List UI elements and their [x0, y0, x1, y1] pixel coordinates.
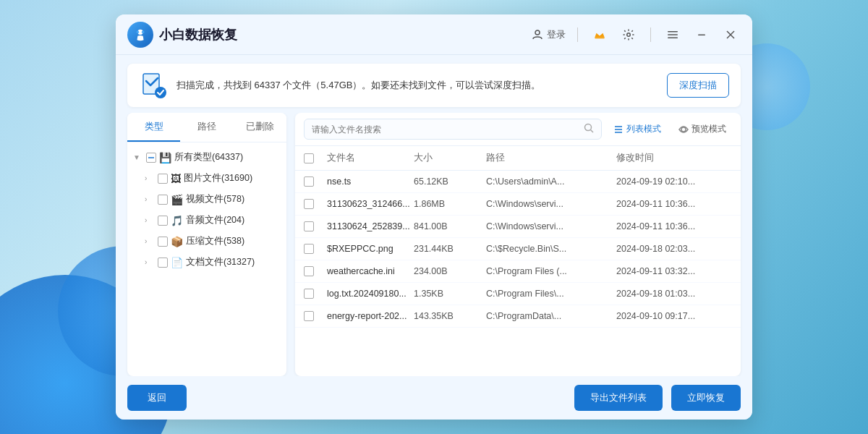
- select-all-checkbox[interactable]: [304, 153, 314, 163]
- col-header-path: 路径: [486, 152, 616, 164]
- chevron-right-icon: ›: [145, 195, 155, 203]
- table-row[interactable]: 31130623_312466... 1.86MB C:\Windows\ser…: [295, 193, 741, 216]
- preview-view-button[interactable]: 预览模式: [673, 120, 732, 138]
- col-header-size: 大小: [414, 152, 486, 164]
- svg-rect-4: [595, 37, 605, 38]
- file-time-5: 2024-09-18 01:03...: [616, 289, 732, 299]
- export-button[interactable]: 导出文件列表: [574, 385, 663, 411]
- svg-line-16: [591, 130, 594, 133]
- file-name-0: nse.ts: [327, 176, 414, 187]
- child-checkbox-3[interactable]: [158, 237, 168, 247]
- view-toggle: 列表模式 预览模式: [608, 120, 732, 138]
- svg-rect-7: [668, 34, 678, 35]
- table-row[interactable]: $RXEPPCC.png 231.44KB C:\$Recycle.Bin\S.…: [295, 238, 741, 260]
- row-checkbox-col-4: [304, 266, 327, 276]
- row-checkbox-3[interactable]: [304, 244, 314, 254]
- table-row[interactable]: energy-report-202... 143.35KB C:\Program…: [295, 305, 741, 328]
- file-size-6: 143.35KB: [414, 311, 486, 321]
- chevron-right-icon: ›: [145, 237, 155, 245]
- tab-path[interactable]: 路径: [180, 113, 233, 142]
- row-checkbox-2[interactable]: [304, 221, 314, 231]
- menu-button[interactable]: [663, 25, 683, 45]
- video-icon: 🎬: [171, 194, 183, 205]
- scan-text: 扫描完成，共找到 64337 个文件（5.47GB）。如要还未找到文件，可以尝试…: [176, 78, 658, 93]
- table-row[interactable]: weathercache.ini 234.00B C:\Program File…: [295, 260, 741, 283]
- row-checkbox-1[interactable]: [304, 199, 314, 209]
- archive-icon: 📦: [171, 236, 183, 247]
- row-checkbox-col-3: [304, 244, 327, 254]
- svg-rect-6: [668, 31, 678, 33]
- file-name-6: energy-report-202...: [327, 311, 414, 321]
- file-size-4: 234.00B: [414, 266, 486, 276]
- main-window: 小白数据恢复 登录: [116, 14, 752, 420]
- tree-child-label-3: 压缩文件(538): [186, 235, 281, 247]
- col-header-time: 修改时间: [616, 152, 732, 164]
- bottom-bar: 返回 导出文件列表 立即恢复: [116, 376, 752, 420]
- svg-point-15: [585, 124, 592, 131]
- child-checkbox-2[interactable]: [158, 216, 168, 226]
- deep-scan-button[interactable]: 深度扫描: [667, 73, 729, 98]
- list-view-button[interactable]: 列表模式: [608, 120, 667, 138]
- file-name-1: 31130623_312466...: [327, 199, 414, 209]
- child-checkbox-1[interactable]: [158, 195, 168, 205]
- app-logo: [127, 22, 153, 48]
- image-icon: 🖼: [171, 173, 181, 184]
- recover-button[interactable]: 立即恢复: [671, 385, 741, 411]
- table-row[interactable]: log.txt.202409180... 1.35KB C:\Program F…: [295, 283, 741, 305]
- file-size-1: 1.86MB: [414, 199, 486, 209]
- tree-item[interactable]: › 🖼 图片文件(31690): [127, 168, 286, 189]
- row-checkbox-5[interactable]: [304, 289, 314, 299]
- file-time-0: 2024-09-19 02:10...: [616, 176, 732, 187]
- login-button[interactable]: 登录: [531, 28, 566, 41]
- chevron-right-icon: ›: [145, 258, 155, 266]
- tree-child-label-1: 视频文件(578): [186, 193, 281, 205]
- file-size-0: 65.12KB: [414, 176, 486, 187]
- action-buttons: 导出文件列表 立即恢复: [574, 385, 741, 411]
- table-body: nse.ts 65.12KB C:\Users\admin\A... 2024-…: [295, 171, 741, 328]
- tree-root-label: 所有类型(64337): [174, 151, 281, 163]
- file-size-5: 1.35KB: [414, 289, 486, 299]
- row-checkbox-4[interactable]: [304, 266, 314, 276]
- table-row[interactable]: 31130624_252839... 841.00B C:\Windows\se…: [295, 216, 741, 238]
- back-button[interactable]: 返回: [127, 385, 187, 411]
- file-path-0: C:\Users\admin\A...: [486, 176, 616, 187]
- child-checkbox-4[interactable]: [158, 258, 168, 268]
- row-checkbox-col-2: [304, 221, 327, 231]
- tab-deleted[interactable]: 已删除: [234, 113, 286, 142]
- row-checkbox-col-5: [304, 289, 327, 299]
- file-time-6: 2024-09-10 09:17...: [616, 311, 732, 321]
- row-checkbox-6[interactable]: [304, 311, 314, 321]
- row-checkbox-0[interactable]: [304, 176, 314, 187]
- root-checkbox[interactable]: [146, 153, 156, 163]
- row-checkbox-col-6: [304, 311, 327, 321]
- minimize-button[interactable]: [692, 25, 712, 45]
- sep2: [650, 27, 651, 42]
- file-path-3: C:\$Recycle.Bin\S...: [486, 244, 616, 254]
- file-name-3: $RXEPPCC.png: [327, 244, 414, 254]
- tree-item[interactable]: › 📄 文档文件(31327): [127, 252, 286, 273]
- header-checkbox-col: [304, 152, 327, 164]
- search-box[interactable]: [304, 119, 602, 140]
- tab-type[interactable]: 类型: [127, 113, 180, 142]
- table-row[interactable]: nse.ts 65.12KB C:\Users\admin\A... 2024-…: [295, 171, 741, 193]
- tree-child-label-0: 图片文件(31690): [184, 172, 281, 184]
- file-name-4: weathercache.ini: [327, 266, 414, 276]
- settings-icon[interactable]: [618, 25, 639, 45]
- chevron-right-icon: ›: [145, 216, 155, 224]
- right-panel: 列表模式 预览模式: [295, 113, 741, 376]
- tree-root[interactable]: ▼ 💾 所有类型(64337): [127, 147, 286, 168]
- close-button[interactable]: [720, 25, 741, 45]
- audio-icon: 🎵: [171, 215, 183, 226]
- tree-item[interactable]: › 🎬 视频文件(578): [127, 189, 286, 210]
- tree-item[interactable]: › 🎵 音频文件(204): [127, 210, 286, 231]
- file-name-2: 31130624_252839...: [327, 221, 414, 231]
- file-type-tree: ▼ 💾 所有类型(64337) › 🖼 图片文件(31690): [127, 142, 286, 376]
- sep1: [577, 27, 578, 42]
- child-checkbox-0[interactable]: [158, 174, 168, 184]
- search-input[interactable]: [312, 124, 579, 135]
- crown-icon[interactable]: [590, 25, 610, 45]
- file-path-4: C:\Program Files (...: [486, 266, 616, 276]
- file-table: 文件名 大小 路径 修改时间 nse.ts 65.12KB C:\Users\a…: [295, 146, 741, 376]
- tree-item[interactable]: › 📦 压缩文件(538): [127, 231, 286, 252]
- svg-point-20: [681, 127, 686, 132]
